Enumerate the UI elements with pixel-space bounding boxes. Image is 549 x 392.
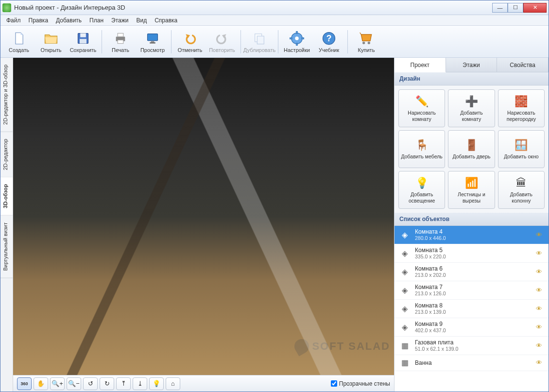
view-zoom-out-button[interactable]: 🔍− xyxy=(67,377,81,390)
minimize-button[interactable]: — xyxy=(492,3,508,13)
stairs-button[interactable]: 📶Лестницы и вырезы xyxy=(448,171,495,209)
right-tab-project[interactable]: Проект xyxy=(395,58,446,72)
help-icon: ? xyxy=(321,31,337,46)
stairs-icon: 📶 xyxy=(463,176,479,190)
settings-button[interactable]: Настройки xyxy=(281,27,312,56)
menu-добавить[interactable]: Добавить xyxy=(52,16,86,25)
close-button[interactable]: ✕ xyxy=(523,3,547,13)
object-dimensions: 51.0 x 62.1 x 139.0 xyxy=(415,346,532,352)
add-column-button[interactable]: 🏛Добавить колонну xyxy=(498,171,545,209)
left-tab-2d[interactable]: 2D-редактор xyxy=(0,132,13,177)
monitor-icon xyxy=(145,31,160,46)
watermark: SOFT SALAD xyxy=(294,339,390,354)
save-button[interactable]: Сохранить xyxy=(68,27,99,56)
toolbar-label: Купить xyxy=(358,48,375,53)
draw-wall-button[interactable]: 🧱Нарисовать перегородку xyxy=(498,89,545,127)
object-item[interactable]: ◈Комната 9402.0 x 437.0👁 xyxy=(395,318,549,337)
visibility-toggle-icon[interactable]: 👁 xyxy=(536,250,545,257)
svg-point-19 xyxy=(362,41,365,44)
transparent-walls-checkbox[interactable]: Прозрачные стены xyxy=(331,380,390,387)
right-tab-properties[interactable]: Свойства xyxy=(497,58,549,72)
view-home-button[interactable]: ⌂ xyxy=(166,377,180,390)
object-type-icon: ◈ xyxy=(398,266,411,277)
right-panel: ПроектЭтажиСвойства Дизайн ✏️Нарисовать … xyxy=(394,58,549,392)
view-light-button[interactable]: 💡 xyxy=(149,377,164,390)
copy-icon xyxy=(252,31,267,46)
menu-этажи[interactable]: Этажи xyxy=(107,16,132,25)
visibility-toggle-icon[interactable]: 👁 xyxy=(536,287,545,294)
buy-button[interactable]: Купить xyxy=(351,27,382,56)
svg-rect-5 xyxy=(118,40,123,43)
visibility-toggle-icon[interactable]: 👁 xyxy=(536,268,545,275)
objects-list[interactable]: ◈Комната 4280.0 x 446.0👁◈Комната 5335.0 … xyxy=(395,226,549,392)
svg-rect-7 xyxy=(151,41,154,42)
undo-button[interactable]: Отменить xyxy=(174,27,206,56)
design-button-label: Добавить комнату xyxy=(450,110,492,121)
object-name: Комната 9 xyxy=(415,321,532,327)
svg-rect-16 xyxy=(302,37,304,39)
left-tab-3d[interactable]: 3D-обзор xyxy=(0,177,13,216)
menu-вид[interactable]: Вид xyxy=(132,16,151,25)
visibility-toggle-icon[interactable]: 👁 xyxy=(536,342,545,349)
visibility-toggle-icon[interactable]: 👁 xyxy=(536,324,545,331)
visibility-toggle-icon[interactable]: 👁 xyxy=(536,231,545,239)
design-tools-grid: ✏️Нарисовать комнату➕Добавить комнату🧱На… xyxy=(395,85,549,213)
visibility-toggle-icon[interactable]: 👁 xyxy=(536,305,545,312)
object-info: Газовая плита51.0 x 62.1 x 139.0 xyxy=(415,339,532,352)
view-rot-left-button[interactable]: ↺ xyxy=(83,377,98,390)
add-light-icon: 💡 xyxy=(414,176,429,190)
draw-room-button[interactable]: ✏️Нарисовать комнату xyxy=(398,89,445,127)
create-button[interactable]: Создать xyxy=(3,27,34,56)
view-tilt-down-button[interactable]: ⤓ xyxy=(133,377,147,390)
open-button[interactable]: Открыть xyxy=(35,27,67,56)
print-button[interactable]: Печать xyxy=(105,27,136,56)
menu-файл[interactable]: Файл xyxy=(2,16,25,25)
folder-icon xyxy=(43,31,59,46)
view-360-button[interactable]: 360 xyxy=(17,377,32,390)
view-pan-button[interactable]: ✋ xyxy=(34,377,48,390)
object-dimensions: 335.0 x 220.0 xyxy=(415,254,532,260)
menu-план[interactable]: План xyxy=(86,16,107,25)
object-item[interactable]: ◈Комната 4280.0 x 446.0👁 xyxy=(395,226,549,244)
tutorial-button[interactable]: ?Учебник xyxy=(313,27,344,56)
printer-icon xyxy=(113,31,128,46)
object-item[interactable]: ◈Комната 7213.0 x 126.0👁 xyxy=(395,281,549,300)
3d-scene[interactable]: SOFT SALAD xyxy=(13,58,394,375)
svg-rect-2 xyxy=(80,39,86,43)
svg-rect-14 xyxy=(296,43,298,46)
menu-справка[interactable]: Справка xyxy=(151,16,181,25)
svg-rect-15 xyxy=(290,37,292,39)
object-type-icon: ◈ xyxy=(398,248,411,258)
toolbar-separator xyxy=(171,30,172,53)
right-tab-floors[interactable]: Этажи xyxy=(446,58,498,72)
right-panel-tabs: ПроектЭтажиСвойства xyxy=(395,58,549,72)
visibility-toggle-icon[interactable]: 👁 xyxy=(536,359,545,366)
object-item[interactable]: ◈Комната 8213.0 x 139.0👁 xyxy=(395,300,549,318)
viewport: SOFT SALAD 360✋🔍+🔍−↺↻⤒⤓💡⌂ Прозрачные сте… xyxy=(13,58,394,392)
object-type-icon: ▦ xyxy=(398,340,411,351)
add-furniture-button[interactable]: 🪑Добавить мебель xyxy=(398,130,445,168)
object-item[interactable]: ◈Комната 6213.0 x 202.0👁 xyxy=(395,263,549,281)
add-window-icon: 🪟 xyxy=(514,138,529,152)
view-rot-right-button[interactable]: ↻ xyxy=(100,377,114,390)
add-room-button[interactable]: ➕Добавить комнату xyxy=(448,89,495,127)
object-info: Комната 9402.0 x 437.0 xyxy=(415,321,532,334)
preview-button[interactable]: Просмотр xyxy=(137,27,168,56)
add-door-button[interactable]: 🚪Добавить дверь xyxy=(448,130,495,168)
object-info: Комната 6213.0 x 202.0 xyxy=(415,265,532,278)
view-zoom-in-button[interactable]: 🔍+ xyxy=(50,377,65,390)
object-item[interactable]: ◈Комната 5335.0 x 220.0👁 xyxy=(395,244,549,263)
menu-правка[interactable]: Правка xyxy=(25,16,52,25)
draw-wall-icon: 🧱 xyxy=(514,95,529,108)
maximize-button[interactable]: ☐ xyxy=(508,3,523,13)
redo-button: Повторить xyxy=(206,27,238,56)
add-window-button[interactable]: 🪟Добавить окно xyxy=(498,130,545,168)
object-item[interactable]: ▦Ванна👁 xyxy=(395,355,549,371)
transparent-walls-input[interactable] xyxy=(331,380,337,387)
view-tilt-up-button[interactable]: ⤒ xyxy=(116,377,131,390)
add-light-button[interactable]: 💡Добавить освещение xyxy=(398,171,445,209)
cart-icon xyxy=(359,31,374,46)
object-item[interactable]: ▦Газовая плита51.0 x 62.1 x 139.0👁 xyxy=(395,337,549,355)
left-tab-virtual[interactable]: Виртуальный визит xyxy=(0,216,13,278)
left-tab-2d3d[interactable]: 2D-редактор и 3D-обзор xyxy=(0,58,13,132)
